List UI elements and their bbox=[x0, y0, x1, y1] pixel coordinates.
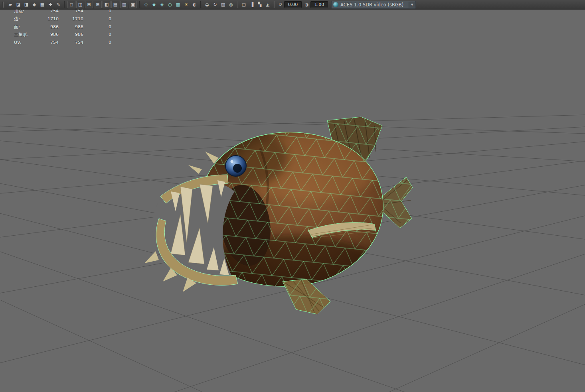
wireframe-on-shaded-icon[interactable]: ▩ bbox=[174, 1, 182, 8]
lock-camera-icon[interactable]: ◪ bbox=[14, 1, 22, 8]
hud-value: 0 bbox=[83, 39, 111, 47]
exposure-icon: ↺ bbox=[277, 2, 283, 7]
hud-label-edges: 边: bbox=[14, 15, 46, 23]
pan-zoom-icon[interactable]: ✚ bbox=[46, 1, 54, 8]
gamma-value-field[interactable]: 1.00 bbox=[310, 1, 328, 8]
toolbar-group-layouts: ◻ ◫ ⊟ ⊞ ◧ ▤ ▥ ▣ bbox=[67, 1, 137, 8]
exposure-value-field[interactable]: 0.00 bbox=[284, 1, 302, 8]
shadows-icon[interactable]: ◐ bbox=[190, 1, 198, 8]
toolbar-separator bbox=[200, 1, 201, 8]
bookmarks-icon[interactable]: ◆ bbox=[30, 1, 38, 8]
color-management-icon bbox=[333, 2, 338, 7]
scene-svg bbox=[0, 10, 585, 392]
toolbar-separator bbox=[64, 1, 65, 8]
poly-count-hud: 顶点: 754 754 0 边: 1710 1710 0 面: 986 986 … bbox=[14, 7, 111, 47]
toolbar-grip[interactable] bbox=[2, 2, 4, 8]
xray-icon[interactable]: ▐ bbox=[248, 1, 256, 8]
anti-alias-icon[interactable]: ▨ bbox=[219, 1, 227, 8]
viewport-3d[interactable]: 顶点: 754 754 0 边: 1710 1710 0 面: 986 986 … bbox=[0, 10, 585, 392]
exposure-control[interactable]: ↺ 0.00 bbox=[277, 1, 302, 8]
ambient-occlusion-icon[interactable]: ◒ bbox=[203, 1, 211, 8]
hud-value: 1710 bbox=[59, 15, 83, 23]
color-management-dropdown[interactable]: ACES 1.0 SDR-video (sRGB) ▼ bbox=[331, 1, 416, 9]
pelvic-fin bbox=[283, 279, 330, 314]
gamma-control[interactable]: ◑ 1.00 bbox=[304, 1, 328, 8]
toolbar-group-isolate: ▢ ▐ ▚ ◭ bbox=[240, 1, 272, 8]
image-plane-icon[interactable]: ▦ bbox=[38, 1, 46, 8]
jaw-spike bbox=[144, 251, 159, 263]
toolbar-separator bbox=[139, 1, 140, 8]
hud-label-triangles: 三角形: bbox=[14, 31, 46, 39]
depth-of-field-icon[interactable]: ◎ bbox=[227, 1, 235, 8]
xray-joints-icon[interactable]: ▚ bbox=[256, 1, 264, 8]
toolbar-separator bbox=[274, 1, 275, 8]
hud-value: 986 bbox=[46, 23, 59, 31]
hud-label-uvs: UV: bbox=[14, 39, 46, 47]
all-lights-icon[interactable]: ☀ bbox=[182, 1, 190, 8]
chevron-down-icon[interactable]: ▼ bbox=[409, 2, 415, 8]
motion-blur-icon[interactable]: ↻ bbox=[211, 1, 219, 8]
smooth-shade-icon[interactable]: ◆ bbox=[150, 1, 158, 8]
toolbar-separator bbox=[237, 1, 238, 8]
tail-fin bbox=[379, 177, 413, 228]
outliner-pane-icon[interactable]: ◧ bbox=[103, 1, 111, 8]
hud-value: 754 bbox=[46, 39, 59, 47]
gamma-icon: ◑ bbox=[304, 2, 310, 7]
hud-value: 754 bbox=[59, 39, 83, 47]
hud-value: 0 bbox=[83, 15, 111, 23]
two-pane-side-icon[interactable]: ◫ bbox=[76, 1, 84, 8]
wireframe-overlay bbox=[201, 132, 383, 286]
hud-value: 986 bbox=[46, 31, 59, 39]
hud-value: 986 bbox=[59, 23, 83, 31]
toolbar-group-camera: ▰ ◪ ◨ ◆ ▦ ✚ ✎ bbox=[6, 1, 62, 8]
wireframe-mode-icon[interactable]: ◇ bbox=[142, 1, 150, 8]
hypergraph-pane-icon[interactable]: ▤ bbox=[111, 1, 119, 8]
fish-eye bbox=[225, 156, 246, 176]
default-material-icon[interactable]: ○ bbox=[166, 1, 174, 8]
anglerfish-model[interactable] bbox=[144, 117, 413, 314]
single-pane-icon[interactable]: ◻ bbox=[67, 1, 75, 8]
two-pane-stacked-icon[interactable]: ⊟ bbox=[85, 1, 93, 8]
hud-value: 986 bbox=[59, 31, 83, 39]
color-management-label: ACES 1.0 SDR-video (sRGB) bbox=[340, 2, 407, 8]
plugin-objects-icon[interactable]: ◭ bbox=[264, 1, 272, 8]
grease-pencil-icon[interactable]: ✎ bbox=[54, 1, 62, 8]
isolate-select-icon[interactable]: ▢ bbox=[240, 1, 248, 8]
toolbar-group-renderer: ◒ ↻ ▨ ◎ bbox=[203, 1, 235, 8]
script-editor-pane-icon[interactable]: ▣ bbox=[129, 1, 137, 8]
toolbar-group-lighting: ☀ ◐ bbox=[182, 1, 198, 8]
select-camera-icon[interactable]: ▰ bbox=[6, 1, 14, 8]
hud-label-faces: 面: bbox=[14, 23, 46, 31]
hud-value: 0 bbox=[83, 31, 111, 39]
four-pane-icon[interactable]: ⊞ bbox=[94, 1, 102, 8]
hud-value: 1710 bbox=[46, 15, 59, 23]
textured-mode-icon[interactable]: ◈ bbox=[158, 1, 166, 8]
camera-attributes-icon[interactable]: ◨ bbox=[22, 1, 30, 8]
hud-value: 0 bbox=[83, 23, 111, 31]
toolbar-group-shading: ◇ ◆ ◈ ○ ▩ bbox=[142, 1, 182, 8]
persp-outliner-pane-icon[interactable]: ▥ bbox=[120, 1, 128, 8]
viewport-panel-toolbar: ▰ ◪ ◨ ◆ ▦ ✚ ✎ ◻ ◫ ⊟ ⊞ ◧ ▤ ▥ ▣ ◇ ◆ ◈ ○ ▩ … bbox=[0, 0, 585, 10]
